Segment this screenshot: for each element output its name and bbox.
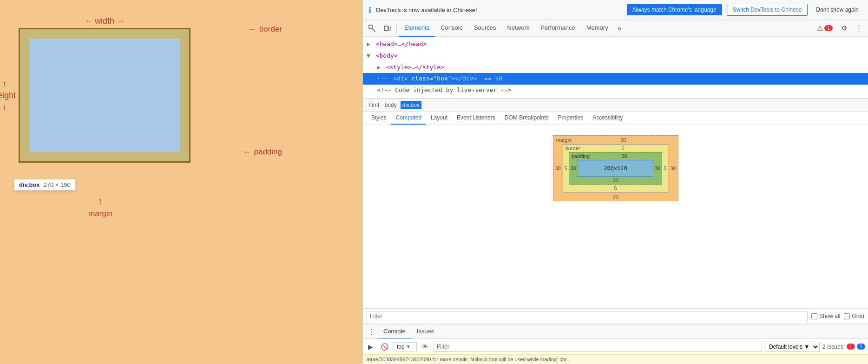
padding-label-row: ← padding <box>243 147 282 157</box>
border-left-value: 5 <box>563 165 569 171</box>
style-tab-dom-breakpoints[interactable]: DOM Breakpoints <box>500 112 553 125</box>
margin-bottom-row: 30 <box>553 192 678 201</box>
box-visual: ← width → ↑ height ↓ ← border ← padding <box>19 28 191 163</box>
svg-line-1 <box>372 28 375 32</box>
dom-line-head[interactable]: ▶ <head>…</head> <box>363 39 868 50</box>
dont-show-again-button[interactable]: Don't show again <box>812 4 862 15</box>
svg-rect-0 <box>369 25 372 28</box>
show-all-group: Show all <box>811 313 840 319</box>
tab-elements[interactable]: Elements <box>399 20 435 37</box>
console-tab-issues[interactable]: Issues <box>411 324 440 339</box>
console-issues-count: 2 Issues: 1 1 <box>822 344 865 350</box>
margin-right-value: 30 <box>668 165 677 171</box>
top-label: top <box>397 344 405 350</box>
console-tab-console[interactable]: Console <box>378 324 411 339</box>
margin-label: margin <box>88 209 112 218</box>
warning-icon: ⚠ <box>817 24 823 33</box>
margin-bottom-value: 30 <box>612 194 618 199</box>
margin-top-value: 30 <box>620 137 626 143</box>
toolbar-separator <box>396 24 397 33</box>
filter-bar: Show all Grou <box>363 308 868 324</box>
dom-expand-icon: ▶ <box>367 40 370 47</box>
padding-layer: padding 30 30 200×120 <box>569 152 662 185</box>
style-tab-accessibility[interactable]: Accessibility <box>588 112 627 125</box>
arrow-up-icon: ↑ <box>2 79 7 89</box>
issues-button[interactable]: ⚠ 1 <box>813 20 836 37</box>
breadcrumb-div-box[interactable]: div.box <box>401 101 421 109</box>
dom-line-comment[interactable]: <!-- Code injected by live-server --> <box>363 85 868 96</box>
style-tab-properties[interactable]: Properties <box>553 112 588 125</box>
console-run-button[interactable]: ▶ <box>366 342 375 351</box>
element-tooltip: div.box 270 × 190 <box>14 179 76 191</box>
border-middle-row: 5 padding 30 30 <box>563 152 668 185</box>
padding-middle-row: 30 200×120 30 <box>569 160 662 177</box>
style-tab-event-listeners[interactable]: Event Listeners <box>452 112 500 125</box>
show-all-checkbox[interactable] <box>811 313 817 319</box>
more-tabs-button[interactable]: » <box>614 20 625 37</box>
dom-body-expand-icon: ▼ <box>367 52 370 59</box>
filter-input[interactable] <box>367 311 808 321</box>
customize-button[interactable]: ⋮ <box>852 20 866 37</box>
svg-rect-2 <box>384 26 388 31</box>
match-language-button[interactable]: Always match Chrome's language <box>627 4 722 15</box>
dom-div-dots-icon: ··· <box>377 75 388 82</box>
box-inner-content <box>29 39 180 152</box>
issue-red-badge: 1 <box>847 344 855 350</box>
tab-memory[interactable]: Memory <box>581 20 614 37</box>
group-group: Grou <box>844 313 864 319</box>
console-level-select[interactable]: Default levels ▼ <box>765 342 820 352</box>
console-input-row: ▶ 🚫 top ▼ 👁 Default levels ▼ 2 Issues: 1… <box>363 338 868 354</box>
console-dots-icon[interactable]: ⋮ <box>365 327 378 336</box>
margin-middle-row: 30 border 5 5 <box>553 144 678 192</box>
padding-arrow-icon: ← <box>243 147 251 157</box>
inspect-element-button[interactable] <box>365 20 380 37</box>
arrow-right-icon: → <box>116 16 125 26</box>
issues-count-label: 2 Issues: <box>822 344 845 350</box>
console-block-button[interactable]: 🚫 <box>378 342 391 351</box>
tab-sources[interactable]: Sources <box>468 20 502 37</box>
dom-tree: ▶ <head>…</head> ▼ <body> ▶ <style>…</st… <box>363 37 868 99</box>
console-filter-input[interactable] <box>434 342 762 352</box>
padding-label-text: padding <box>572 153 590 159</box>
notification-text: DevTools is now available in Chinese! <box>376 7 622 13</box>
notification-bar: ℹ DevTools is now available in Chinese! … <box>363 0 868 20</box>
style-tabs: Styles Computed Layout Event Listeners D… <box>363 112 868 125</box>
padding-top-value: 30 <box>622 153 627 159</box>
settings-button[interactable]: ⚙ <box>837 20 851 37</box>
right-panel: ℹ DevTools is now available in Chinese! … <box>362 0 868 364</box>
style-tab-computed[interactable]: Computed <box>391 112 426 125</box>
border-bottom-row: 5 <box>563 185 668 192</box>
show-all-label: Show all <box>819 313 840 319</box>
border-right-value: 5 <box>662 165 668 171</box>
console-top-group: top ▼ <box>394 342 417 351</box>
tab-performance[interactable]: Performance <box>535 20 580 37</box>
tab-console[interactable]: Console <box>435 20 468 37</box>
height-label: height <box>0 91 16 100</box>
width-label-row: ← width → <box>20 16 189 26</box>
style-tab-layout[interactable]: Layout <box>426 112 452 125</box>
dom-line-body[interactable]: ▼ <body> <box>363 50 868 62</box>
switch-chinese-button[interactable]: Switch DevTools to Chinese <box>727 4 808 16</box>
group-label: Grou <box>852 313 864 319</box>
box-model-diagram: margin 30 30 border 5 5 <box>368 131 862 206</box>
group-checkbox[interactable] <box>844 313 850 319</box>
dom-line-div[interactable]: ··· <div class="box"></div> == $0 <box>363 73 868 85</box>
border-label-text: border <box>566 146 580 151</box>
border-top-value: 5 <box>621 146 624 151</box>
bottom-bar-text: ature/303039486743932090 for more detail… <box>367 357 571 362</box>
width-label: width <box>95 16 114 26</box>
tab-network[interactable]: Network <box>502 20 535 37</box>
margin-label-text: margin <box>556 137 572 143</box>
device-toggle-button[interactable] <box>380 20 395 37</box>
tooltip-element-name: div.box <box>19 181 40 188</box>
computed-area: margin 30 30 border 5 5 <box>363 125 868 308</box>
top-dropdown-icon[interactable]: ▼ <box>406 344 411 349</box>
style-tab-styles[interactable]: Styles <box>367 112 391 125</box>
breadcrumb-body[interactable]: body <box>383 101 399 109</box>
console-eye-button[interactable]: 👁 <box>420 342 431 351</box>
height-label-col: ↑ height ↓ <box>0 29 16 161</box>
padding-bottom-value: 30 <box>612 178 618 183</box>
breadcrumb-html[interactable]: html <box>367 101 381 109</box>
dom-line-style[interactable]: ▶ <style>…</style> <box>363 62 868 73</box>
content-box: 200×120 <box>578 160 653 177</box>
